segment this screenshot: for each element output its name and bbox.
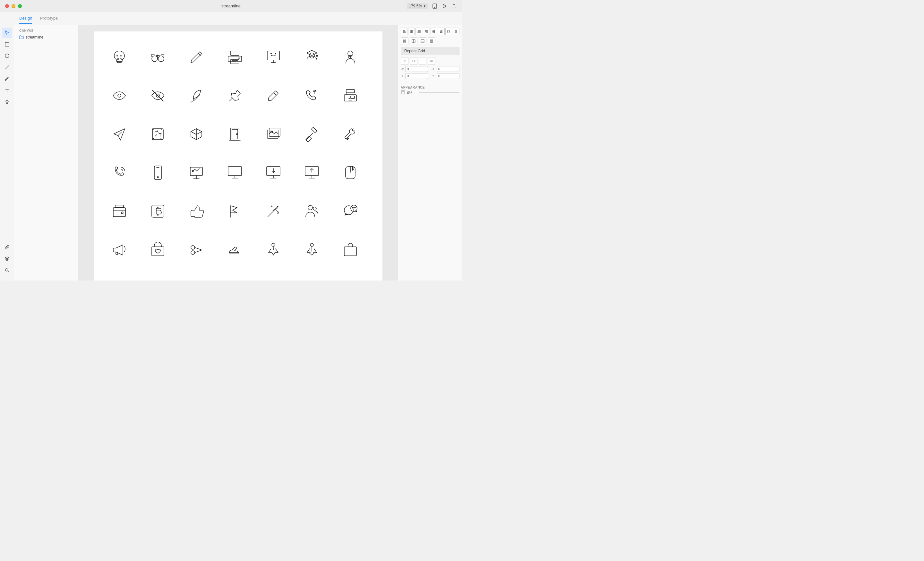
component-tool[interactable] [2, 97, 12, 107]
icon-shoe[interactable] [216, 230, 254, 269]
height-input[interactable] [405, 73, 428, 79]
icon-presentation[interactable] [177, 153, 216, 192]
icon-binoculars[interactable] [139, 38, 177, 76]
tab-design[interactable]: Design [19, 13, 32, 24]
svg-rect-14 [231, 51, 239, 56]
x-input[interactable] [436, 66, 459, 72]
resize-btn[interactable]: ↔ [418, 57, 426, 65]
icon-pencil[interactable] [177, 38, 216, 76]
icon-feather[interactable] [177, 76, 216, 115]
icon-graduate[interactable] [292, 38, 331, 76]
align-center-btn[interactable] [408, 28, 415, 35]
icon-monitor[interactable] [216, 153, 254, 192]
icon-door[interactable] [216, 115, 254, 153]
svg-rect-120 [441, 30, 442, 32]
component-btn-1[interactable] [401, 37, 408, 45]
icon-eye-slash[interactable] [139, 76, 177, 115]
canvas-item-streamline[interactable]: streamline [16, 34, 75, 41]
svg-point-49 [157, 177, 159, 178]
icon-woman-sitting[interactable] [292, 230, 331, 269]
icon-shopping-bag[interactable] [331, 230, 370, 269]
repeat-grid-button[interactable]: Repeat Grid [401, 47, 459, 55]
icon-box3d[interactable] [177, 269, 216, 280]
rectangle-tool[interactable] [2, 39, 12, 50]
layers-tool[interactable] [2, 254, 12, 264]
copy-btn[interactable]: ⎘ [401, 57, 408, 65]
svg-rect-47 [306, 136, 312, 142]
align-left-btn[interactable] [401, 28, 408, 35]
icon-desk-phone[interactable] [292, 76, 331, 115]
search-tool[interactable] [2, 265, 12, 275]
icon-monitor-download[interactable] [254, 153, 292, 192]
maximize-button[interactable] [18, 4, 22, 8]
icon-thumbsup[interactable] [177, 192, 216, 230]
icon-flag[interactable] [216, 192, 254, 230]
pen-tool[interactable] [2, 74, 12, 84]
icon-calling[interactable] [100, 153, 139, 192]
select-tool[interactable] [2, 28, 12, 38]
device-icon[interactable] [432, 3, 438, 9]
icon-monitor-upload[interactable] [292, 153, 331, 192]
y-input[interactable] [436, 73, 459, 79]
icon-teamwork[interactable] [292, 192, 331, 230]
icon-printer[interactable] [216, 38, 254, 76]
opacity-icon [401, 90, 405, 95]
ellipse-tool[interactable] [2, 51, 12, 61]
opacity-bar[interactable] [418, 92, 459, 93]
close-button[interactable] [5, 4, 9, 8]
align-middle-btn[interactable] [430, 28, 437, 35]
canvas-item-label: streamline [26, 35, 44, 39]
appearance-label: APPEARANCE [398, 83, 462, 90]
tab-prototype[interactable]: Prototype [40, 13, 58, 24]
width-input[interactable] [405, 66, 428, 72]
icon-magic-wand[interactable] [254, 192, 292, 230]
icon-send[interactable] [100, 115, 139, 153]
icon-monitor-smile[interactable] [254, 38, 292, 76]
align-right-btn[interactable] [416, 28, 422, 35]
component-btn-2[interactable] [410, 37, 417, 45]
component-btn-3[interactable] [418, 37, 426, 45]
expand-btn[interactable]: ⊞ [428, 57, 435, 65]
icon-cube[interactable] [177, 115, 216, 153]
icon-skull[interactable] [100, 38, 139, 76]
icon-image-gallery[interactable] [254, 115, 292, 153]
icon-cycling[interactable] [331, 269, 370, 280]
align-top-btn[interactable] [423, 28, 430, 35]
icon-trolley[interactable] [139, 269, 177, 280]
icon-building[interactable] [216, 269, 254, 280]
icon-settings-sparks[interactable] [139, 115, 177, 153]
line-tool[interactable] [2, 62, 12, 72]
icon-wallet[interactable] [100, 192, 139, 230]
minimize-button[interactable] [12, 4, 15, 8]
icon-mouse[interactable] [331, 153, 370, 192]
icon-eye[interactable] [100, 76, 139, 115]
component-btn-4[interactable] [428, 37, 435, 45]
icon-tools[interactable] [331, 115, 370, 153]
distribute-v-btn[interactable] [453, 28, 459, 35]
icon-megaphone[interactable] [100, 230, 139, 269]
icon-gavel[interactable] [292, 115, 331, 153]
main-canvas[interactable] [78, 25, 398, 280]
icon-nurse[interactable] [331, 38, 370, 76]
icon-bitcoin[interactable] [139, 192, 177, 230]
icon-robot[interactable] [254, 269, 292, 280]
icon-chat-bubble[interactable] [331, 192, 370, 230]
icon-mobile[interactable] [139, 153, 177, 192]
icon-meditation[interactable] [254, 230, 292, 269]
icon-pin[interactable] [216, 76, 254, 115]
paste-btn[interactable]: ⊡ [410, 57, 417, 65]
zoom-control[interactable]: 179.5% ▼ [407, 3, 428, 9]
icon-scissors-cut[interactable] [177, 230, 216, 269]
icon-shopping-bag-heart[interactable] [139, 230, 177, 269]
icon-house[interactable] [100, 269, 139, 280]
export-icon[interactable] [451, 3, 457, 9]
play-icon[interactable] [441, 3, 447, 9]
align-bottom-btn[interactable] [438, 28, 445, 35]
icon-fax[interactable] [331, 76, 370, 115]
link-tool[interactable] [2, 242, 12, 252]
opacity-row: 0% [398, 90, 462, 98]
text-tool[interactable] [2, 86, 12, 96]
distribute-h-btn[interactable] [446, 28, 452, 35]
icon-yoga[interactable] [292, 269, 331, 280]
icon-edit[interactable] [254, 76, 292, 115]
